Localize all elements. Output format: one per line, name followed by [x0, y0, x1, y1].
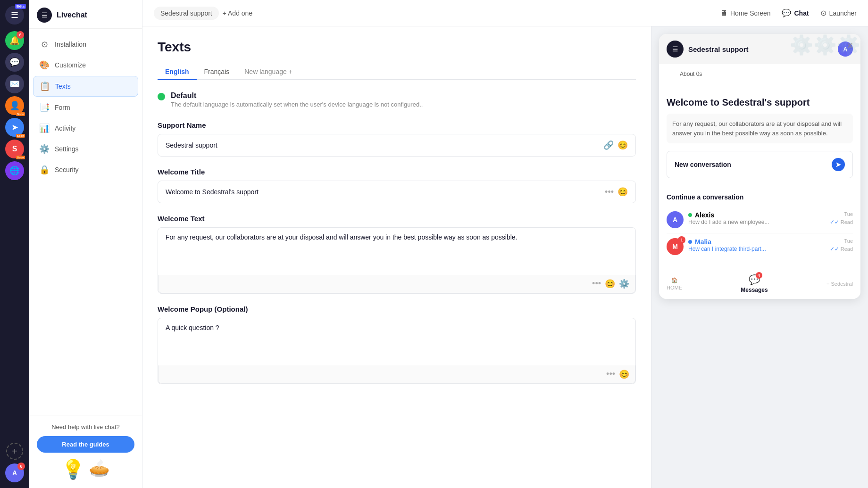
sidebar-item-form[interactable]: 📑 Form: [33, 98, 138, 117]
widget-welcome-text: For any request, our collaborators are a…: [667, 114, 853, 143]
home-screen-tab[interactable]: 🖥 Home Screen: [720, 9, 771, 17]
support-name-value: Sedestral support: [166, 141, 217, 149]
send-soon-icon-btn[interactable]: ➤ Soon: [5, 118, 24, 137]
messages-label: Messages: [741, 287, 768, 293]
support-name-icons: 🔗 😊: [603, 140, 628, 150]
welcome-text-label: Welcome Text: [158, 215, 636, 223]
alexis-time: Tue: [844, 211, 853, 217]
chat-tab[interactable]: 💬 Chat: [782, 8, 809, 17]
tab-english[interactable]: English: [158, 64, 197, 80]
sidebar-item-installation[interactable]: ⊙ Installation: [33, 34, 138, 54]
launcher-icon: ⊙: [820, 8, 826, 17]
sidebar-item-texts[interactable]: 📋 Texts: [33, 76, 138, 97]
sidebar-item-security[interactable]: 🔒 Security: [33, 160, 138, 180]
link-icon[interactable]: 🔗: [603, 140, 614, 150]
malia-read-icon: ✓✓: [830, 246, 839, 252]
new-conversation-button[interactable]: New conversation ➤: [667, 151, 853, 178]
conversation-item-malia[interactable]: M 1 Malia How can I integrate third-part…: [667, 233, 853, 260]
app-logo[interactable]: ☰ Bêta: [5, 6, 24, 25]
alexis-read-badge: ✓✓ Read: [830, 219, 853, 225]
new-conversation-label: New conversation: [675, 161, 731, 168]
welcome-title-input[interactable]: Welcome to Sedestral's support ••• 😊: [158, 181, 636, 203]
emoji-icon[interactable]: 😊: [618, 140, 628, 150]
user-avatar-button[interactable]: A 6: [5, 463, 24, 482]
welcome-text-value: For any request, our collaborators are a…: [166, 233, 517, 241]
sidebar-logo: ☰: [37, 8, 52, 23]
emoji-icon-4[interactable]: 😊: [619, 369, 629, 380]
alexis-name: Alexis: [688, 211, 825, 219]
sidebar-label-activity: Activity: [55, 124, 75, 132]
preview-panel: 🖥 Home Screen 💬 Chat ⊙ Launcher ⚙️⚙️⚙️ ☰…: [651, 0, 868, 488]
welcome-popup-toolbar: ••• 😊: [158, 365, 635, 384]
avatar-letter: A: [12, 469, 17, 477]
new-language-button[interactable]: New language +: [237, 64, 300, 79]
blue-dot-icon: [688, 240, 692, 244]
malia-time: Tue: [844, 238, 853, 244]
widget-header-left: ☰ Sedestral support: [667, 41, 749, 58]
read-check-icon: ✓✓: [830, 219, 839, 225]
conversation-item-alexis[interactable]: A Alexis How do I add a new employee... …: [667, 207, 853, 233]
welcome-popup-input[interactable]: A quick question ?: [158, 318, 635, 365]
more-icon[interactable]: •••: [605, 187, 614, 197]
installation-icon: ⊙: [39, 39, 50, 50]
sidebar-item-activity[interactable]: 📊 Activity: [33, 118, 138, 138]
more-options-icon-2[interactable]: •••: [606, 369, 615, 380]
widget-brand-name: Sedestral support: [688, 45, 749, 53]
alexis-meta: Tue ✓✓ Read: [830, 211, 853, 225]
main-content: Texts English Français New language + De…: [142, 26, 651, 488]
launcher-tab[interactable]: ⊙ Launcher: [820, 8, 857, 17]
launcher-label: Launcher: [829, 9, 857, 17]
alexis-read-label: Read: [841, 219, 853, 225]
welcome-title-value: Welcome to Sedestral's support: [166, 188, 259, 196]
malia-unread-badge: 1: [678, 236, 685, 244]
malia-name-text: Malia: [695, 238, 711, 246]
sidebar-label-settings: Settings: [55, 145, 79, 153]
welcome-text-section: Welcome Text For any request, our collab…: [158, 215, 636, 294]
alexis-preview: How do I add a new employee...: [688, 219, 792, 225]
form-icon: 📑: [39, 102, 50, 113]
widget-close-button[interactable]: ×: [847, 40, 853, 52]
welcome-text-input[interactable]: For any request, our collaborators are a…: [158, 228, 635, 275]
add-one-button[interactable]: + Add one: [223, 9, 252, 17]
support-name-input[interactable]: Sedestral support 🔗 😊: [158, 134, 636, 157]
settings-icon: ⚙️: [39, 144, 50, 154]
widget-body: Welcome to Sedestral's support For any r…: [659, 90, 860, 193]
continue-conversation-section: Continue a conversation A Alexis How do …: [659, 193, 860, 268]
page-title: Texts: [158, 40, 636, 55]
emoji-icon-2[interactable]: 😊: [618, 187, 628, 197]
home-screen-label: Home Screen: [730, 9, 771, 17]
breadcrumb-support[interactable]: Sedestral support: [154, 7, 219, 20]
welcome-popup-value: A quick question ?: [166, 324, 219, 331]
default-title: Default: [171, 91, 423, 100]
home-screen-icon: 🖥: [720, 9, 727, 17]
settings-icon-2[interactable]: ⚙️: [619, 279, 629, 289]
home-label: HOME: [667, 285, 682, 290]
widget-messages-button[interactable]: 💬 4 Messages: [741, 274, 768, 293]
notifications-icon-btn[interactable]: 🔔: [5, 31, 24, 50]
read-guides-button[interactable]: Read the guides: [37, 436, 134, 453]
widget-home-button[interactable]: 🏠 HOME: [667, 277, 682, 290]
sidebar-item-customize[interactable]: 🎨 Customize: [33, 55, 138, 75]
mail-icon-btn[interactable]: ✉️: [5, 74, 24, 93]
users-soon-icon-btn[interactable]: 👤 Soon: [5, 96, 24, 115]
emoji-icon-3[interactable]: 😊: [605, 279, 615, 289]
add-workspace-button[interactable]: +: [6, 443, 23, 460]
chat-icon-btn[interactable]: 💬: [5, 53, 24, 72]
sidebar-label-customize: Customize: [55, 61, 86, 69]
tab-francais[interactable]: Français: [197, 64, 237, 80]
messages-icon-wrap: 💬 4: [749, 274, 760, 285]
dollar-soon-icon-btn[interactable]: S Soon: [5, 140, 24, 158]
branding-label: Sedestral: [831, 281, 853, 287]
soon-badge-3: Soon: [16, 156, 25, 159]
widget-about-badge[interactable]: About 0s: [674, 68, 708, 80]
home-icon: 🏠: [671, 277, 678, 283]
support-name-section: Support Name Sedestral support 🔗 😊: [158, 121, 636, 157]
globe-icon-btn[interactable]: 🌐: [5, 161, 24, 180]
more-options-icon[interactable]: •••: [592, 279, 601, 289]
widget-bottom-bar: 🏠 HOME 💬 4 Messages ≡ Sedestral: [659, 268, 860, 299]
customize-icon: 🎨: [39, 60, 50, 70]
malia-meta: Tue ✓✓ Read: [830, 238, 853, 252]
sidebar-item-settings[interactable]: ⚙️ Settings: [33, 139, 138, 159]
sidebar-title: Livechat: [57, 11, 87, 19]
malia-name: Malia: [688, 238, 825, 246]
